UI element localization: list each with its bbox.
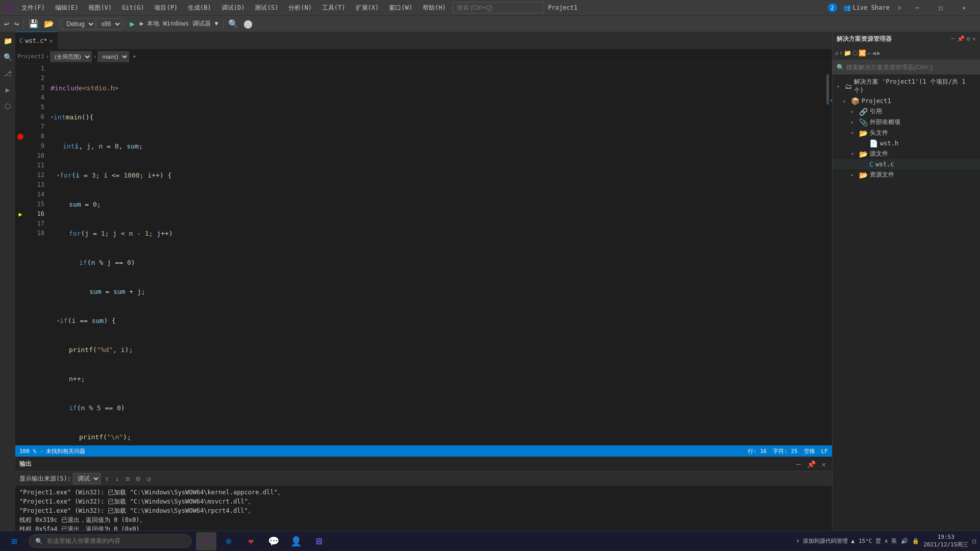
activity-explorer[interactable]: 📁 bbox=[1, 34, 15, 48]
se-tool-4[interactable]: ⬡ bbox=[852, 49, 857, 57]
menu-analyze[interactable]: 分析(N) bbox=[284, 2, 316, 14]
taskbar-search-box[interactable]: 🔍 在这里输入你要搜索的内容 bbox=[29, 534, 192, 548]
se-wst-h[interactable]: 📄 wst.h bbox=[832, 138, 980, 148]
panel-pin[interactable]: 📌 bbox=[805, 460, 818, 468]
se-tool-2[interactable]: ↑ bbox=[839, 49, 843, 57]
active-tab[interactable]: C wst.c* ✕ bbox=[15, 32, 58, 49]
taskbar-app-6[interactable]: 🖥 bbox=[308, 532, 329, 550]
add-button[interactable]: + bbox=[130, 53, 138, 60]
se-project[interactable]: ▾ 📦 Project1 bbox=[832, 96, 980, 106]
taskbar-app-5[interactable]: 👤 bbox=[286, 532, 306, 550]
function-dropdown[interactable]: main() bbox=[97, 51, 129, 62]
maximize-button[interactable]: □ bbox=[929, 0, 952, 15]
se-tool-1[interactable]: ↺ bbox=[835, 49, 838, 57]
margin-10 bbox=[15, 151, 26, 161]
breakpoints-icon[interactable]: ⬤ bbox=[241, 18, 255, 30]
se-tool-3[interactable]: 📁 bbox=[844, 49, 851, 57]
menu-build[interactable]: 生成(B) bbox=[184, 2, 215, 14]
menu-edit[interactable]: 编辑(E) bbox=[51, 2, 83, 14]
output-clear-btn[interactable]: ↑ bbox=[103, 473, 111, 484]
menu-view[interactable]: 视图(V) bbox=[84, 2, 116, 14]
se-tool-7[interactable]: ◀ bbox=[872, 49, 876, 57]
close-button[interactable]: ✕ bbox=[952, 0, 976, 15]
undo-btn[interactable]: ↩ bbox=[2, 18, 11, 30]
se-ext-deps[interactable]: ▸ 📎 外部依赖项 bbox=[832, 117, 980, 128]
output-settings-btn[interactable]: ⚙ bbox=[134, 473, 142, 484]
pin-button[interactable]: ─ bbox=[794, 460, 802, 468]
ln-14: 14 bbox=[26, 190, 44, 199]
code-line-12: if (n % 5 == 0) bbox=[51, 403, 825, 413]
se-tool-6[interactable]: ✏ bbox=[867, 49, 871, 57]
search-icon[interactable]: 🔍 bbox=[226, 18, 240, 30]
se-pin-btn[interactable]: 📌 bbox=[957, 35, 965, 42]
margin-5 bbox=[15, 103, 26, 112]
notification-center[interactable]: □ bbox=[972, 538, 976, 544]
taskbar-app-4[interactable]: 💬 bbox=[263, 532, 284, 550]
debug-config-dropdown[interactable]: Debug bbox=[62, 18, 95, 30]
taskbar-app-3[interactable]: ❤ bbox=[241, 532, 261, 550]
code-editor[interactable]: ▶ 1 2 3 4 5 6 7 8 9 10 11 12 13 14 15 bbox=[15, 64, 832, 445]
panel-close[interactable]: ✕ bbox=[820, 460, 828, 468]
start-button[interactable]: ⊞ bbox=[4, 533, 24, 549]
menu-file[interactable]: 文件(F) bbox=[17, 2, 49, 14]
se-search-input[interactable] bbox=[846, 64, 976, 71]
se-references[interactable]: ▸ 🔗 引用 bbox=[832, 106, 980, 117]
code-content[interactable]: #include<stdio.h> ▾int main(){ int i, j,… bbox=[48, 64, 825, 445]
zoom-level[interactable]: 100 % bbox=[19, 448, 36, 455]
add-source-control[interactable]: ↑ 添加到源代码管理 ▲ bbox=[796, 537, 855, 545]
se-wstc-label: wst.c bbox=[875, 161, 894, 168]
open-btn[interactable]: 📂 bbox=[42, 18, 56, 30]
activity-git[interactable]: ⎇ bbox=[1, 66, 15, 81]
taskbar-app-vs[interactable]: 🄥 bbox=[196, 532, 216, 550]
output-source-dropdown[interactable]: 调试 bbox=[73, 473, 101, 484]
se-tool-8[interactable]: ▶ bbox=[877, 49, 880, 57]
output-scroll-up[interactable]: ↓ bbox=[113, 473, 121, 484]
editor-container: C wst.c* ✕ Project1 › (全局范围) › main() + bbox=[15, 32, 832, 551]
menu-window[interactable]: 窗口(W) bbox=[385, 2, 416, 14]
se-collapse-btn[interactable]: ─ bbox=[951, 35, 954, 42]
breadcrumb-sep2: › bbox=[93, 53, 96, 60]
se-settings-btn[interactable]: ⚙ bbox=[967, 35, 970, 42]
output-refresh-btn[interactable]: ↺ bbox=[144, 473, 153, 484]
save-btn[interactable]: 💾 bbox=[27, 18, 41, 30]
margin-16: ▶ bbox=[15, 209, 26, 219]
se-wsth-icon: 📄 bbox=[869, 139, 878, 147]
menu-tools[interactable]: 工具(T) bbox=[318, 2, 350, 14]
se-resources[interactable]: ▸ 📂 资源文件 bbox=[832, 169, 980, 180]
activity-run[interactable]: ▶ bbox=[1, 83, 15, 97]
tab-close-button[interactable]: ✕ bbox=[50, 37, 53, 44]
arch-dropdown[interactable]: x86 bbox=[96, 18, 122, 30]
menu-extensions[interactable]: 扩展(X) bbox=[352, 2, 383, 14]
activity-extensions[interactable]: ⬡ bbox=[1, 99, 15, 113]
se-ref-label: 引用 bbox=[870, 107, 882, 116]
menu-project[interactable]: 项目(P) bbox=[150, 2, 182, 14]
redo-btn[interactable]: ↪ bbox=[12, 18, 21, 30]
se-solution-root[interactable]: ▾ 🗂 解决方案 'Project1'(1 个项目/共 1 个) bbox=[832, 77, 980, 96]
run-button[interactable]: ▶ bbox=[128, 18, 137, 30]
sep1 bbox=[23, 19, 24, 29]
toolbar: ↩ ↪ 💾 📂 Debug x86 ▶ ▶ 本地 Windows 调试器 ▼ 🔍… bbox=[0, 15, 980, 32]
se-ref-arrow: ▸ bbox=[851, 109, 857, 114]
se-headers[interactable]: ▾ 📂 头文件 bbox=[832, 128, 980, 138]
output-wrap-btn[interactable]: ≡ bbox=[124, 473, 132, 484]
live-share-button[interactable]: 👥 Live Share bbox=[839, 3, 894, 12]
scope-dropdown[interactable]: (全局范围) bbox=[50, 51, 92, 62]
activity-search[interactable]: 🔍 bbox=[1, 50, 15, 64]
menu-debug[interactable]: 调试(D) bbox=[217, 2, 249, 14]
code-line-10: printf("%d", i); bbox=[51, 345, 825, 355]
se-wst-c[interactable]: C wst.c bbox=[832, 159, 980, 169]
se-close-btn[interactable]: ✕ bbox=[972, 35, 976, 42]
notification-badge[interactable]: 2 bbox=[828, 3, 837, 12]
se-sources-label: 源文件 bbox=[870, 149, 888, 158]
se-sources[interactable]: ▾ 📂 源文件 bbox=[832, 148, 980, 159]
run-label[interactable]: ▶ 本地 Windows 调试器 ▼ bbox=[138, 18, 220, 29]
menu-git[interactable]: Git(G) bbox=[118, 2, 148, 13]
menu-test[interactable]: 测试(S) bbox=[251, 2, 282, 14]
se-extdep-icon: 📎 bbox=[859, 118, 868, 127]
taskbar-app-2[interactable]: ⊕ bbox=[218, 532, 239, 550]
editor-scrollbar[interactable] bbox=[825, 64, 832, 445]
minimize-button[interactable]: ─ bbox=[905, 0, 929, 15]
se-tool-5[interactable]: 🔀 bbox=[859, 49, 866, 57]
menu-help[interactable]: 帮助(H) bbox=[419, 2, 450, 14]
title-search[interactable] bbox=[452, 2, 544, 13]
